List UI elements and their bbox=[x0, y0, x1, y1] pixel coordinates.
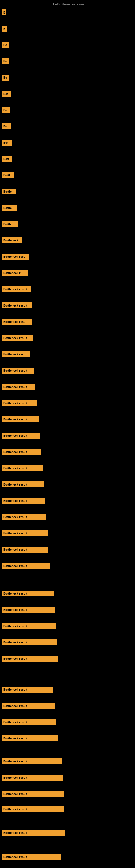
bar-label-19: Bottleneck result bbox=[3, 304, 27, 307]
bar-label-48: Bottleneck result bbox=[3, 807, 27, 811]
bar-label-23: Bottleneck result bbox=[3, 369, 27, 372]
bar-item-16: Bottleneck resu bbox=[2, 254, 29, 259]
bar-item-18: Bottleneck result bbox=[2, 286, 31, 292]
bar-item-11: Bottl bbox=[2, 172, 14, 178]
bar-label-30: Bottleneck result bbox=[3, 483, 27, 486]
bar-label-1: B bbox=[3, 11, 5, 14]
bar-item-2: B bbox=[2, 26, 7, 32]
bar-item-35: Bottleneck result bbox=[2, 563, 50, 569]
bar-label-50: Bottleneck result bbox=[3, 855, 27, 859]
bar-item-30: Bottleneck result bbox=[2, 482, 44, 488]
bar-item-46: Bottleneck result bbox=[2, 775, 63, 781]
bar-item-37: Bottleneck result bbox=[2, 607, 55, 613]
bar-item-47: Bottleneck result bbox=[2, 791, 64, 797]
bar-label-28: Bottleneck result bbox=[3, 450, 27, 454]
bar-label-3: Bo bbox=[3, 43, 7, 46]
bar-label-22: Bottleneck resu bbox=[3, 352, 26, 356]
bar-label-39: Bottleneck result bbox=[3, 641, 27, 644]
bar-item-28: Bottleneck result bbox=[2, 449, 41, 455]
bar-item-13: Bottle bbox=[2, 205, 17, 211]
bar-item-24: Bottleneck result bbox=[2, 384, 35, 390]
bar-item-8: Bo bbox=[2, 123, 11, 129]
bar-item-12: Bottle bbox=[2, 188, 16, 194]
bar-item-15: Bottleneck bbox=[2, 237, 22, 243]
bar-item-25: Bottleneck result bbox=[2, 400, 37, 406]
bar-item-20: Bottleneck resul bbox=[2, 319, 32, 325]
site-title: TheBottlenecker.com bbox=[51, 2, 84, 6]
bar-label-18: Bottleneck result bbox=[3, 287, 27, 291]
bar-label-4: Bo bbox=[3, 60, 7, 63]
bar-item-40: Bottleneck result bbox=[2, 656, 58, 661]
bar-item-26: Bottleneck result bbox=[2, 416, 39, 422]
bar-label-35: Bottleneck result bbox=[3, 564, 27, 567]
bar-item-22: Bottleneck resu bbox=[2, 351, 30, 357]
bar-item-3: Bo bbox=[2, 42, 9, 48]
bar-label-34: Bottleneck result bbox=[3, 548, 27, 551]
bar-item-38: Bottleneck result bbox=[2, 623, 56, 629]
bar-label-41: Bottleneck result bbox=[3, 688, 27, 691]
bar-label-49: Bottleneck result bbox=[3, 831, 27, 834]
bar-item-36: Bottleneck result bbox=[2, 590, 54, 596]
bar-label-21: Bottleneck result bbox=[3, 336, 27, 340]
bar-label-32: Bottleneck result bbox=[3, 516, 27, 519]
bar-item-9: Bot bbox=[2, 140, 12, 146]
bar-label-14: Bottlen bbox=[3, 222, 13, 226]
bar-label-45: Bottleneck result bbox=[3, 760, 27, 763]
bar-label-43: Bottleneck result bbox=[3, 720, 27, 724]
bar-label-16: Bottleneck resu bbox=[3, 255, 26, 258]
bar-item-32: Bottleneck result bbox=[2, 514, 46, 520]
bar-label-7: Bo bbox=[3, 108, 7, 112]
bar-label-11: Bottl bbox=[3, 174, 10, 177]
bar-item-19: Bottleneck result bbox=[2, 303, 32, 308]
bar-item-7: Bo bbox=[2, 107, 10, 113]
bar-item-50: Bottleneck result bbox=[2, 854, 61, 860]
bar-item-45: Bottleneck result bbox=[2, 758, 62, 764]
bar-item-23: Bottleneck result bbox=[2, 368, 34, 373]
bar-item-49: Bottleneck result bbox=[2, 830, 64, 836]
bar-item-43: Bottleneck result bbox=[2, 719, 56, 725]
bar-label-36: Bottleneck result bbox=[3, 592, 27, 595]
bar-item-1: B bbox=[2, 9, 6, 16]
bar-item-5: Bo bbox=[2, 74, 9, 81]
bar-item-21: Bottleneck result bbox=[2, 335, 34, 341]
bar-item-42: Bottleneck result bbox=[2, 703, 55, 709]
bar-label-44: Bottleneck result bbox=[3, 737, 27, 740]
bar-item-34: Bottleneck result bbox=[2, 547, 48, 553]
bar-label-13: Bottle bbox=[3, 206, 12, 209]
bar-item-44: Bottleneck result bbox=[2, 735, 58, 741]
bar-label-29: Bottleneck result bbox=[3, 467, 27, 470]
bar-label-46: Bottleneck result bbox=[3, 776, 27, 779]
bar-item-39: Bottleneck result bbox=[2, 639, 57, 645]
bar-item-48: Bottleneck result bbox=[2, 806, 64, 812]
bar-label-37: Bottleneck result bbox=[3, 608, 27, 611]
bar-label-10: Bott bbox=[3, 157, 9, 161]
bar-label-31: Bottleneck result bbox=[3, 499, 27, 502]
bar-label-47: Bottleneck result bbox=[3, 792, 27, 796]
bar-label-24: Bottleneck result bbox=[3, 385, 27, 389]
bar-item-10: Bott bbox=[2, 156, 12, 162]
bar-label-15: Bottleneck bbox=[3, 239, 18, 242]
bar-label-2: B bbox=[3, 27, 5, 30]
bar-label-38: Bottleneck result bbox=[3, 624, 27, 628]
bar-item-41: Bottleneck result bbox=[2, 686, 53, 692]
bar-label-5: Bo bbox=[3, 76, 7, 79]
bar-label-27: Bottleneck result bbox=[3, 434, 27, 437]
bar-label-20: Bottleneck resul bbox=[3, 320, 27, 323]
bar-label-12: Bottle bbox=[3, 190, 12, 193]
bar-item-6: Bot bbox=[2, 91, 11, 97]
bar-label-25: Bottleneck result bbox=[3, 401, 27, 405]
bar-item-14: Bottlen bbox=[2, 221, 18, 227]
bar-item-4: Bo bbox=[2, 58, 9, 64]
bar-item-31: Bottleneck result bbox=[2, 498, 45, 504]
bar-label-26: Bottleneck result bbox=[3, 418, 27, 421]
bar-label-40: Bottleneck result bbox=[3, 657, 27, 660]
bar-item-27: Bottleneck result bbox=[2, 433, 40, 439]
bar-label-42: Bottleneck result bbox=[3, 704, 27, 707]
bar-label-8: Bo bbox=[3, 125, 7, 128]
bar-label-33: Bottleneck result bbox=[3, 532, 27, 535]
bar-item-17: Bottleneck r bbox=[2, 270, 28, 276]
bar-label-6: Bot bbox=[3, 92, 8, 95]
bar-label-17: Bottleneck r bbox=[3, 271, 20, 275]
bar-label-9: Bot bbox=[3, 141, 8, 144]
bar-item-33: Bottleneck result bbox=[2, 530, 48, 536]
